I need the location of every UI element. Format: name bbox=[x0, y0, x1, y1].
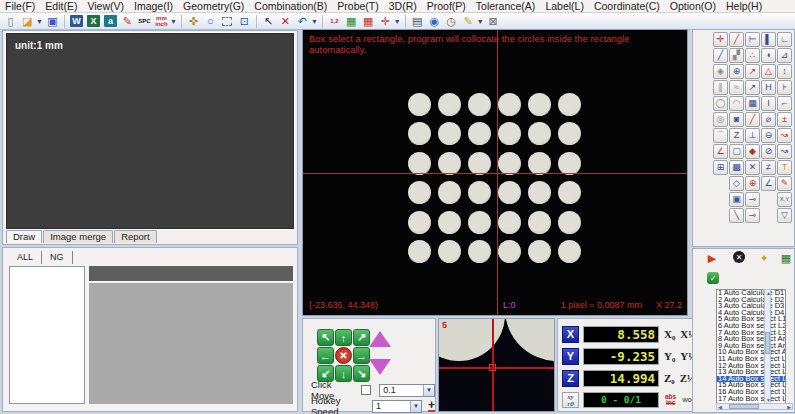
palette-tool-r8c5[interactable]: ↝ bbox=[777, 144, 792, 159]
palette-tool-r6c4[interactable]: ⌀ bbox=[761, 112, 776, 127]
jog-up-left-button[interactable]: ↖ bbox=[317, 329, 334, 346]
zoom-view[interactable]: 5 ▸ bbox=[438, 318, 555, 412]
draw-canvas[interactable]: unit:1 mm bbox=[6, 33, 294, 229]
jog-left-button[interactable]: ← bbox=[317, 347, 334, 364]
palette-tool-r8c3[interactable]: ◆ bbox=[745, 144, 760, 159]
zoom-icon[interactable]: ○ bbox=[202, 14, 218, 29]
palette-tool-r7c2[interactable]: Z bbox=[729, 128, 744, 143]
tab-all[interactable]: ALL bbox=[9, 251, 42, 264]
menu-item-tolerance[interactable]: Tolerance(A) bbox=[471, 0, 541, 12]
new-file-icon[interactable]: ▯ bbox=[3, 14, 19, 29]
menu-item-edit[interactable]: Edit(E) bbox=[40, 0, 82, 12]
palette-tool-r4c3[interactable]: ↗ bbox=[745, 80, 760, 95]
palette-tool-r10c4[interactable]: ∠ bbox=[761, 176, 776, 191]
palette-tool-r6c1[interactable]: ◎ bbox=[713, 112, 728, 127]
palette-tool-r7c5[interactable]: ↝ bbox=[777, 128, 792, 143]
tab-draw[interactable]: Draw bbox=[6, 230, 42, 243]
palette-tool-r11c2[interactable]: ▣ bbox=[729, 192, 744, 207]
palette-tool-r4c1[interactable]: ∥ bbox=[713, 80, 728, 95]
horizontal-scrollbar[interactable]: ◀ ▶ bbox=[716, 403, 793, 410]
spc-icon[interactable]: SPC bbox=[136, 14, 152, 29]
menu-item-image[interactable]: Image(I) bbox=[129, 0, 178, 12]
palette-tool-r4c4[interactable]: H bbox=[761, 80, 776, 95]
axis-zero-button[interactable]: Y₀ bbox=[664, 350, 675, 362]
grid-green-icon[interactable]: ▦ bbox=[343, 14, 359, 29]
open-file-icon[interactable]: ◪ bbox=[20, 14, 36, 29]
axis-z-button[interactable]: Z bbox=[562, 370, 579, 387]
palette-tool-r7c3[interactable]: ⊥ bbox=[745, 128, 760, 143]
results-list[interactable] bbox=[9, 266, 85, 404]
export-excel-icon[interactable]: X bbox=[85, 14, 101, 29]
crosshair-icon[interactable]: ✛ bbox=[377, 14, 393, 29]
scrollbar-thumb[interactable] bbox=[729, 404, 759, 409]
menu-item-proof[interactable]: Proof(P) bbox=[422, 0, 471, 12]
zoom-region-icon[interactable]: ⊡ bbox=[236, 14, 252, 29]
export-word-icon[interactable]: W bbox=[68, 14, 84, 29]
palette-tool-r1c4[interactable]: ▌ bbox=[761, 32, 776, 47]
palette-tool-r8c4[interactable]: ⊘ bbox=[761, 144, 776, 159]
mail-icon[interactable]: ⊠ bbox=[485, 14, 501, 29]
z-down-button[interactable] bbox=[369, 359, 391, 375]
palette-tool-r12c3[interactable]: ⊸ bbox=[745, 208, 760, 223]
palette-tool-r8c1[interactable]: ∠ bbox=[713, 144, 728, 159]
menu-item-coordinate[interactable]: Coordinate(C) bbox=[589, 0, 665, 12]
clock-icon[interactable]: ◷ bbox=[443, 14, 459, 29]
palette-tool-r12c2[interactable]: ╲ bbox=[729, 208, 744, 223]
undo-icon[interactable]: ↶ bbox=[294, 14, 310, 29]
delete-icon[interactable]: ✕ bbox=[277, 14, 293, 29]
click-move-checkbox[interactable] bbox=[361, 385, 371, 395]
palette-tool-r9c1[interactable]: ⊞ bbox=[713, 160, 728, 175]
hotkey-speed-select[interactable]: 1 ▼ bbox=[372, 400, 422, 413]
label-12-icon[interactable]: 1,2 bbox=[326, 14, 342, 29]
dropdown-arrow-icon[interactable]: ▼ bbox=[170, 18, 177, 25]
abs-inc-toggle[interactable]: absinc bbox=[665, 394, 676, 406]
scroll-left-icon[interactable]: ◀ bbox=[718, 404, 722, 410]
grid-view-icon[interactable]: ▦ bbox=[779, 251, 793, 265]
run-icon[interactable]: ▶ bbox=[705, 251, 719, 265]
form-icon[interactable]: ▤ bbox=[409, 14, 425, 29]
palette-tool-r6c5[interactable]: ± bbox=[777, 112, 792, 127]
scroll-up-icon[interactable]: ▲ bbox=[766, 290, 771, 296]
palette-tool-r9c4[interactable]: ≠ bbox=[761, 160, 776, 175]
menu-item-probe[interactable]: Probe(T) bbox=[332, 0, 383, 12]
palette-tool-r11c3[interactable]: ⊸ bbox=[745, 192, 760, 207]
program-step-list[interactable]: 1 Auto Calculate D1 (C23,2 Auto Calculat… bbox=[716, 289, 786, 404]
palette-tool-r2c4[interactable]: ◖ bbox=[761, 48, 776, 63]
export-a-icon[interactable]: a bbox=[102, 14, 118, 29]
palette-tool-r1c3[interactable]: ⊢ bbox=[745, 32, 760, 47]
dropdown-arrow-icon[interactable]: ▼ bbox=[394, 18, 401, 25]
menu-item-help[interactable]: Help(H) bbox=[721, 0, 767, 12]
axis-x-button[interactable]: X bbox=[562, 326, 579, 343]
menu-item-label[interactable]: Label(L) bbox=[540, 0, 589, 12]
tab-ng[interactable]: NG bbox=[42, 251, 73, 264]
palette-tool-r9c5[interactable]: T bbox=[777, 160, 792, 175]
pan-hand-icon[interactable]: ✜ bbox=[185, 14, 201, 29]
menu-item-file[interactable]: File(F) bbox=[0, 0, 40, 12]
dropdown-arrow-icon[interactable]: ▼ bbox=[311, 18, 318, 25]
speed-plus-button[interactable]: + bbox=[428, 400, 435, 412]
palette-tool-r3c1[interactable]: ◈ bbox=[713, 64, 728, 79]
palette-tool-r2c3[interactable]: ∴ bbox=[745, 48, 760, 63]
palette-tool-r3c3[interactable]: ↗ bbox=[745, 64, 760, 79]
palette-tool-r2c1[interactable]: ╱ bbox=[713, 48, 728, 63]
export-pdf-icon[interactable]: ✎ bbox=[119, 14, 135, 29]
palette-tool-r1c5[interactable]: ∟ bbox=[777, 32, 792, 47]
select-box-icon[interactable] bbox=[219, 14, 235, 29]
coordinate-mode-button[interactable]: xyrθ bbox=[562, 392, 579, 408]
palette-tool-r1c1[interactable]: ✛ bbox=[713, 32, 728, 47]
menu-item-option[interactable]: Option(O) bbox=[665, 0, 721, 12]
palette-tool-r7c1[interactable]: ⌒ bbox=[713, 128, 728, 143]
palette-tool-r5c1[interactable]: ◯ bbox=[713, 96, 728, 111]
axis-y-button[interactable]: Y bbox=[562, 348, 579, 365]
scroll-right-icon[interactable]: ▶ bbox=[787, 404, 791, 410]
globe-icon[interactable]: ◉ bbox=[426, 14, 442, 29]
palette-tool-r5c3[interactable]: ▦ bbox=[745, 96, 760, 111]
palette-tool-r6c3[interactable]: ╱ bbox=[745, 112, 760, 127]
edit-icon[interactable]: ✦ bbox=[757, 251, 771, 265]
tab-report[interactable]: Report bbox=[114, 230, 157, 243]
menu-item-geometry[interactable]: Geometry(G) bbox=[178, 0, 249, 12]
palette-tool-r5c4[interactable]: I bbox=[761, 96, 776, 111]
palette-tool-r12c5[interactable]: ▽ bbox=[777, 208, 792, 223]
palette-tool-r2c2[interactable]: ▞ bbox=[729, 48, 744, 63]
palette-tool-r11c5[interactable]: X,Y bbox=[777, 192, 792, 207]
